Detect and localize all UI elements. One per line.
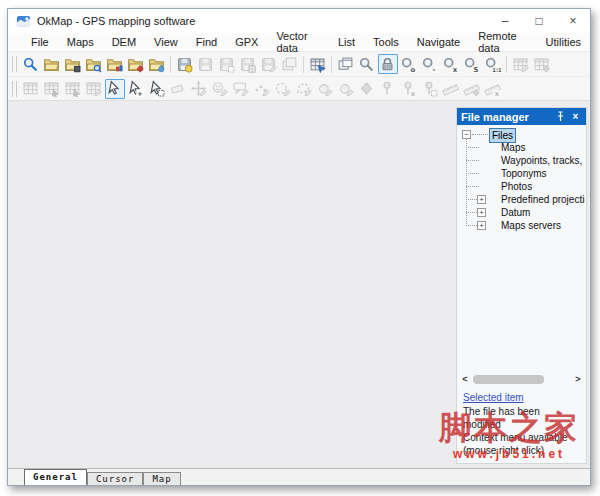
- draw-shape-tool-button[interactable]: [336, 79, 356, 99]
- find-button[interactable]: [21, 54, 41, 74]
- tab-general[interactable]: General: [24, 469, 87, 485]
- draw-area-tool-button[interactable]: [315, 79, 335, 99]
- toolbar-separator: [170, 56, 171, 73]
- menu-navigate[interactable]: Navigate: [408, 34, 469, 50]
- zoom-selection-button[interactable]: S: [462, 54, 482, 74]
- open-gpx-button[interactable]: [105, 54, 125, 74]
- save-button[interactable]: [175, 54, 195, 74]
- draw-polygon-tool-button[interactable]: [294, 79, 314, 99]
- toolbar-grip[interactable]: [12, 56, 17, 72]
- data-table-button[interactable]: [308, 54, 328, 74]
- grid-select-button[interactable]: [42, 79, 62, 99]
- tree-item[interactable]: Waypoints, tracks, routes: [457, 154, 586, 167]
- save-copy-button[interactable]: [217, 54, 237, 74]
- open-dem-button[interactable]: [63, 54, 83, 74]
- save-edit-button[interactable]: [259, 54, 279, 74]
- menu-maps[interactable]: Maps: [58, 34, 103, 50]
- tree-item-label[interactable]: Toponyms: [499, 167, 549, 180]
- tree-item[interactable]: Photos: [457, 180, 586, 193]
- menu-file[interactable]: File: [22, 34, 58, 50]
- file-tree-children: MapsWaypoints, tracks, routesToponymsPho…: [457, 141, 586, 232]
- add-waypoint-tool-button[interactable]: [210, 79, 230, 99]
- import-file-button[interactable]: [147, 54, 167, 74]
- svg-text:x: x: [495, 90, 500, 97]
- menu-list[interactable]: List: [329, 34, 364, 50]
- scroll-right-icon[interactable]: >: [572, 373, 584, 386]
- scroll-thumb[interactable]: [473, 375, 544, 384]
- panel-footer: Selected item The file has been modified…: [457, 387, 586, 463]
- tab-map[interactable]: Map: [143, 472, 180, 485]
- tree-expander-plus-icon[interactable]: +: [477, 195, 486, 204]
- select-area-tool-button[interactable]: [147, 79, 167, 99]
- menu-gpx[interactable]: GPX: [226, 34, 267, 50]
- menu-tools[interactable]: Tools: [364, 34, 408, 50]
- tree-item-label[interactable]: Datum: [499, 206, 532, 219]
- node-tool-button[interactable]: [357, 79, 377, 99]
- measure-area-tool-button[interactable]: [462, 79, 482, 99]
- erase-tool-button[interactable]: [168, 79, 188, 99]
- cascade-windows-button[interactable]: [336, 54, 356, 74]
- scroll-track[interactable]: [471, 374, 572, 385]
- select-add-tool-button[interactable]: +: [126, 79, 146, 99]
- open-map-button[interactable]: [42, 54, 62, 74]
- select-tool-button[interactable]: [105, 79, 125, 99]
- toolbar-grip[interactable]: [12, 81, 17, 97]
- tree-item-label[interactable]: Maps: [499, 141, 527, 154]
- zoom-out-button[interactable]: -: [420, 54, 440, 74]
- toolbar-separator: [506, 56, 507, 73]
- okmap-window: OkMap - GPS mapping software –□× FileMap…: [7, 8, 591, 486]
- tree-item-label[interactable]: Waypoints, tracks, routes: [499, 154, 585, 167]
- menu-bar: FileMapsDEMViewFindGPXVector dataListToo…: [8, 33, 590, 52]
- grid-edit-button[interactable]: [84, 79, 104, 99]
- save-as-button[interactable]: [196, 54, 216, 74]
- tree-item[interactable]: +Predefined projections: [457, 193, 586, 206]
- tree-item[interactable]: Toponyms: [457, 167, 586, 180]
- grid-move-button[interactable]: [63, 79, 83, 99]
- tree-item[interactable]: +Maps servers: [457, 219, 586, 232]
- pin-icon[interactable]: [554, 110, 567, 123]
- draw-track-tool-button[interactable]: [252, 79, 272, 99]
- tree-item-label[interactable]: Photos: [499, 180, 534, 193]
- selected-item-label: Selected item: [463, 391, 580, 404]
- menu-dem[interactable]: DEM: [103, 34, 145, 50]
- scroll-left-icon[interactable]: <: [459, 373, 471, 386]
- file-manager-panel: File manager × − Files MapsWaypoints, tr…: [456, 107, 587, 464]
- measure-clear-tool-button[interactable]: x: [483, 79, 503, 99]
- edit-table-button[interactable]: [511, 54, 531, 74]
- table-nodes-button[interactable]: [532, 54, 552, 74]
- move-point-tool-button[interactable]: [189, 79, 209, 99]
- zoom-in-button[interactable]: o: [399, 54, 419, 74]
- open-search-button[interactable]: [84, 54, 104, 74]
- tree-item-label[interactable]: Predefined projections: [499, 193, 585, 206]
- add-comment-tool-button[interactable]: [231, 79, 251, 99]
- pin-area-tool-button[interactable]: [420, 79, 440, 99]
- save-grid-button[interactable]: [238, 54, 258, 74]
- close-button[interactable]: ×: [556, 9, 590, 33]
- tree-item[interactable]: Maps: [457, 141, 586, 154]
- tree-expander-plus-icon[interactable]: +: [477, 221, 486, 230]
- tree-item-label[interactable]: Maps servers: [499, 219, 563, 232]
- tree-expander-plus-icon[interactable]: +: [477, 208, 486, 217]
- horizontal-scrollbar[interactable]: < >: [459, 373, 584, 386]
- tab-cursor[interactable]: Cursor: [87, 472, 144, 485]
- menu-view[interactable]: View: [145, 34, 187, 50]
- draw-circle-tool-button[interactable]: [273, 79, 293, 99]
- window-title: OkMap - GPS mapping software: [37, 15, 195, 27]
- panel-title-bar: File manager ×: [457, 108, 586, 125]
- tree-item[interactable]: +Datum: [457, 206, 586, 219]
- zoom-button[interactable]: [357, 54, 377, 74]
- tree-root-row[interactable]: − Files: [457, 128, 586, 141]
- open-waypoints-button[interactable]: [126, 54, 146, 74]
- measure-tool-button[interactable]: [441, 79, 461, 99]
- panel-close-icon[interactable]: ×: [569, 110, 582, 123]
- pin-tool-button[interactable]: [378, 79, 398, 99]
- zoom-1-1-button[interactable]: 1:1: [483, 54, 503, 74]
- menu-utilities[interactable]: Utilities: [537, 34, 590, 50]
- pin-delete-tool-button[interactable]: x: [399, 79, 419, 99]
- menu-find[interactable]: Find: [187, 34, 226, 50]
- layers-button[interactable]: [280, 54, 300, 74]
- zoom-cancel-button[interactable]: x: [441, 54, 461, 74]
- lock-zoom-button[interactable]: [378, 54, 398, 74]
- toolbar-drawing: +xx: [8, 77, 590, 101]
- grid-layout-button[interactable]: [21, 79, 41, 99]
